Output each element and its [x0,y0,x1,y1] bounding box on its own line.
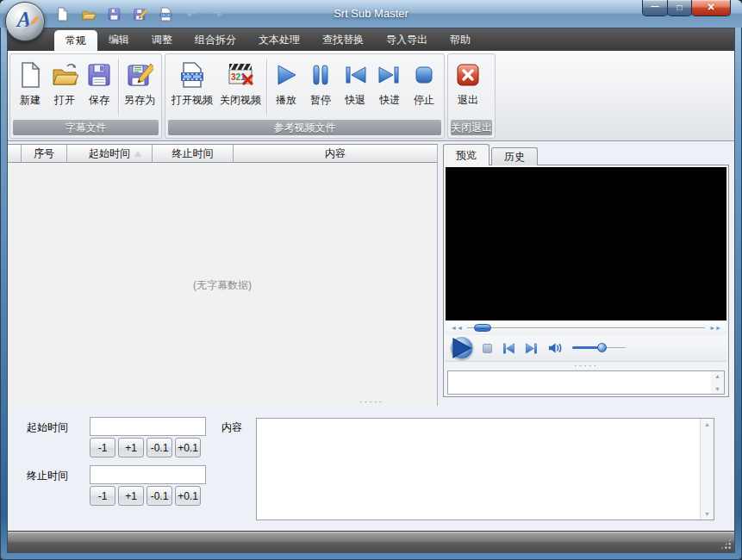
column-header-index[interactable]: 序号 [22,145,67,162]
window-controls: — □ × [643,0,731,16]
tab-edit[interactable]: 编辑 [97,28,140,51]
content-textarea[interactable] [257,419,700,520]
group-caption-reference-video: 参考视频文件 [168,120,441,135]
subtitle-table-body: (无字幕数据) [8,164,437,407]
app-window: A [0,0,742,560]
save-button[interactable]: 保存 [82,55,116,119]
start-time-adjust-row: -1 +1 -0.1 +0.1 [90,438,201,457]
start-time-input[interactable] [90,417,206,436]
empty-state-text: (无字幕数据) [193,278,252,293]
preview-text[interactable] [450,373,709,392]
play-button[interactable] [451,337,473,359]
preview-text-scrollbar: ▲ ▼ [711,371,724,394]
qat-save-as-button[interactable] [131,6,148,22]
previous-button[interactable] [502,343,515,354]
previous-icon [502,343,515,354]
open-video-button[interactable]: 打开视频 [168,55,216,119]
tab-find-replace[interactable]: 查找替换 [311,28,375,51]
tab-general[interactable]: 常规 [54,30,97,51]
editor-panel: 起始时间 -1 +1 -0.1 +0.1 终止时间 -1 +1 -0.1 +0.… [8,406,734,532]
tab-adjust[interactable]: 调整 [140,28,184,51]
app-menu-button[interactable]: A [5,2,45,41]
seek-back-icon[interactable]: ◄◄ [451,325,463,331]
column-header-content[interactable]: 内容 [234,145,437,162]
mute-button[interactable] [548,342,563,354]
start-minus-1-button[interactable]: -1 [90,438,115,457]
open-folder-icon [81,7,96,22]
player-controls [446,335,726,362]
tab-combine-split[interactable]: 组合拆分 [184,28,247,51]
minimize-button[interactable]: — [642,0,668,16]
tab-text-process[interactable]: 文本处理 [247,28,311,51]
scroll-down-icon[interactable]: ▼ [704,511,710,517]
end-plus-01-button[interactable]: +0.1 [175,486,201,506]
stop-icon [410,61,438,89]
pause-button-ribbon[interactable]: 暂停 [303,55,338,119]
maximize-button[interactable]: □ [667,0,692,16]
minimize-icon: — [652,2,659,10]
rewind-button-ribbon[interactable]: 快退 [338,55,372,119]
new-button[interactable]: 新建 [13,55,47,119]
exit-button[interactable]: 退出 [451,55,485,119]
ribbon-group-subtitle-file: 新建 打开 [9,53,162,139]
stop-button-ribbon[interactable]: 停止 [407,55,441,119]
end-minus-01-button[interactable]: -0.1 [147,486,172,506]
close-video-icon: 321 [227,61,254,89]
tab-preview[interactable]: 预览 [443,144,489,165]
ribbon-group-reference-video: 打开视频 321 关闭视频 [165,53,445,139]
quick-access-toolbar: ↶ ↷ [53,6,226,22]
end-plus-1-button[interactable]: +1 [118,486,144,506]
start-plus-1-button[interactable]: +1 [118,438,144,457]
group-separator [118,59,119,115]
column-header-start-time[interactable]: 起始时间 [67,145,153,162]
close-button[interactable]: × [691,0,731,16]
scroll-up-icon[interactable]: ▲ [714,373,720,379]
end-time-label: 终止时间 [27,469,68,483]
seek-thumb[interactable] [474,324,491,332]
pause-icon [307,61,334,89]
seek-forward-icon[interactable]: ►► [709,325,721,331]
start-time-label: 起始时间 [27,420,68,435]
qat-open-button[interactable] [79,6,97,22]
column-header-marker[interactable] [8,145,22,162]
end-time-input[interactable] [90,465,206,484]
qat-undo-button[interactable]: ↶ [183,6,200,22]
start-plus-01-button[interactable]: +0.1 [175,438,201,457]
scroll-down-icon[interactable]: ▼ [714,386,720,392]
close-video-button[interactable]: 321 关闭视频 [216,55,265,119]
subtitle-table-header: 序号 起始时间 终止时间 内容 [8,144,437,163]
column-header-end-time[interactable]: 终止时间 [153,145,234,162]
qat-redo-button[interactable]: ↷ [209,6,226,22]
main-splitter[interactable]: ····· [347,398,396,405]
fast-forward-button-ribbon[interactable]: 快进 [372,55,407,119]
group-separator [266,59,267,115]
panel-splitter[interactable]: ····· [446,362,726,370]
end-minus-1-button[interactable]: -1 [90,486,115,506]
group-caption-close-exit: 关闭退出 [451,120,492,135]
qat-save-button[interactable] [105,6,122,22]
redo-icon: ↷ [213,8,222,21]
next-button[interactable] [525,343,539,354]
content-box: ▲ ▼ [256,418,714,520]
exit-icon [454,61,482,89]
scroll-up-icon[interactable]: ▲ [704,421,710,427]
preview-tab-bar: 预览 历史 [443,144,538,165]
volume-knob[interactable] [597,343,607,352]
volume-slider[interactable] [572,343,626,353]
start-minus-01-button[interactable]: -0.1 [147,438,172,457]
close-icon: × [708,0,714,14]
qat-new-button[interactable] [53,6,71,22]
ribbon-group-close-exit: 退出 关闭退出 [447,53,496,139]
tab-history[interactable]: 历史 [491,147,538,165]
stop-button[interactable] [483,344,492,353]
seek-bar[interactable] [467,324,705,332]
open-button[interactable]: 打开 [47,55,82,119]
qat-open-video-button[interactable] [157,6,174,22]
new-document-icon [16,61,44,89]
play-button-ribbon[interactable]: 播放 [269,55,303,119]
resize-grip[interactable] [720,538,732,550]
tab-help[interactable]: 帮助 [439,28,482,51]
save-icon [85,61,113,89]
save-as-button[interactable]: 另存为 [121,55,159,119]
tab-import-export[interactable]: 导入导出 [375,28,439,51]
